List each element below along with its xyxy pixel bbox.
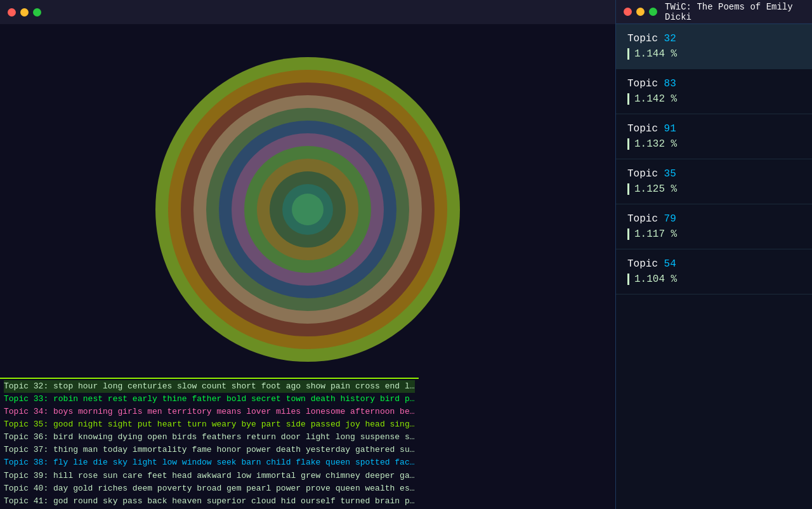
- minimize-button[interactable]: [20, 8, 29, 17]
- topic-item[interactable]: Topic 32 1.144 %: [616, 24, 812, 69]
- bar-indicator: [627, 48, 629, 60]
- close-button[interactable]: [8, 8, 16, 17]
- topic-item[interactable]: Topic 35 1.125 %: [616, 159, 812, 204]
- topic-text-line: Topic 41: god round sky pass back heaven…: [4, 495, 415, 508]
- topic-label: Topic 54: [627, 258, 801, 270]
- traffic-lights-left: [8, 8, 41, 17]
- topic-item[interactable]: Topic 91 1.132 %: [616, 114, 812, 159]
- topic-label: Topic 83: [627, 78, 801, 89]
- traffic-lights-right: [624, 8, 657, 16]
- topic-text-line: Topic 37: thing man today immortality fa…: [4, 444, 415, 456]
- topic-bar: 1.125 %: [627, 183, 801, 195]
- topic-bar: 1.104 %: [627, 274, 801, 285]
- topic-text-line: Topic 35: good night sight put heart tur…: [4, 418, 415, 431]
- topic-bar: 1.142 %: [627, 93, 801, 105]
- topic-percent: 1.104 %: [634, 274, 677, 285]
- topic-label: Topic 91: [627, 123, 801, 135]
- right-titlebar: TWiC: The Poems of Emily Dicki: [616, 0, 812, 24]
- left-titlebar: [0, 0, 615, 24]
- topic-text-line: Topic 34: boys morning girls men territo…: [4, 406, 415, 418]
- topic-text-line: Topic 32: stop hour long centuries slow …: [4, 380, 415, 393]
- maximize-button[interactable]: [33, 8, 41, 17]
- topic-text-line: Topic 39: hill rose sun care feet head a…: [4, 470, 415, 482]
- maximize-button-right[interactable]: [649, 8, 657, 16]
- close-button-right[interactable]: [624, 8, 632, 16]
- topic-item[interactable]: Topic 54 1.104 %: [616, 249, 812, 294]
- topic-bar: 1.117 %: [627, 228, 801, 240]
- topic-percent: 1.125 %: [634, 183, 677, 195]
- topic-bar: 1.144 %: [627, 48, 801, 60]
- topic-label: Topic 32: [627, 33, 801, 44]
- topic-lines: Topic 32: stop hour long centuries slow …: [0, 378, 419, 509]
- bar-indicator: [627, 274, 629, 285]
- topic-text-line: Topic 36: bird knowing dying open birds …: [4, 431, 415, 444]
- topic-text-line: Topic 40: day gold riches deem poverty b…: [4, 482, 415, 495]
- bar-indicator: [627, 93, 629, 105]
- topic-text-line: Topic 33: robin nest rest early thine fa…: [4, 393, 415, 406]
- bar-indicator: [627, 138, 629, 150]
- topic-label: Topic 35: [627, 168, 801, 180]
- topic-percent: 1.132 %: [634, 138, 677, 150]
- topics-list: Topic 32 1.144 % Topic 83 1.142 % Topic …: [616, 24, 812, 509]
- topic-bar: 1.132 %: [627, 138, 801, 150]
- bar-indicator: [627, 183, 629, 195]
- minimize-button-right[interactable]: [636, 8, 645, 16]
- topic-visualization: [155, 57, 460, 362]
- right-title: TWiC: The Poems of Emily Dicki: [665, 2, 804, 22]
- bar-indicator: [627, 228, 629, 240]
- topic-text-line: Topic 38: fly lie die sky light low wind…: [4, 456, 415, 469]
- topic-item[interactable]: Topic 83 1.142 %: [616, 69, 812, 114]
- circle-ring: [292, 194, 324, 225]
- topic-label: Topic 79: [627, 213, 801, 225]
- topic-percent: 1.142 %: [634, 93, 677, 105]
- topic-percent: 1.117 %: [634, 228, 677, 240]
- topic-item[interactable]: Topic 79 1.117 %: [616, 204, 812, 249]
- topic-percent: 1.144 %: [634, 48, 677, 60]
